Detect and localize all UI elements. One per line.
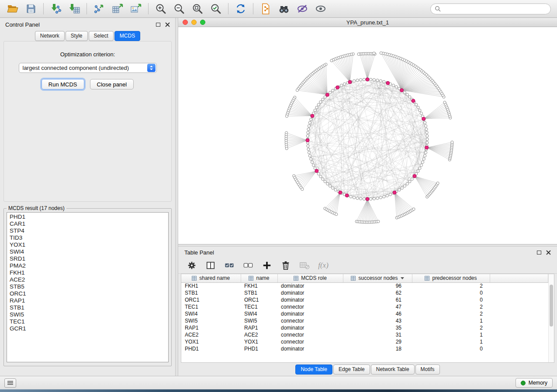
zoom-out-button[interactable] (170, 1, 188, 16)
column-header-shared-name[interactable]: shared name (181, 274, 241, 282)
mcds-tab-pane: Optimization criterion: largest connecte… (3, 41, 172, 202)
search-network-button[interactable] (275, 1, 293, 16)
network-window-titlebar: YPA_prune.txt_1 (178, 18, 557, 27)
table-row[interactable]: PHD1PHD1dominator180 (181, 345, 548, 352)
show-all-button[interactable] (311, 1, 330, 16)
zoom-selected-button[interactable] (207, 1, 225, 16)
mcds-result-item[interactable]: ORC1 (7, 290, 168, 297)
memory-status-icon (521, 381, 526, 385)
mcds-result-item[interactable]: PHD1 (7, 213, 168, 220)
window-close-traffic-light[interactable] (183, 20, 188, 25)
delete-column-button[interactable] (280, 260, 291, 271)
select-all-rows-button[interactable] (224, 260, 235, 271)
memory-button[interactable]: Memory (515, 378, 553, 388)
table-cell: ACE2 (241, 331, 277, 338)
window-zoom-traffic-light[interactable] (200, 20, 205, 25)
mcds-result-item[interactable]: TID3 (7, 234, 168, 241)
mcds-result-title: MCDS result (17 nodes) (7, 205, 66, 211)
mcds-result-item[interactable]: STP4 (7, 227, 168, 234)
tab-network-table[interactable]: Network Table (371, 364, 415, 375)
mcds-result-item[interactable]: TEC1 (7, 318, 168, 325)
table-cell-filler (490, 310, 548, 317)
scrollbar-thumb[interactable] (550, 285, 553, 327)
hide-selected-button[interactable] (293, 1, 311, 16)
table-toolbar: f(x) (178, 257, 557, 274)
table-settings-button[interactable] (186, 260, 197, 271)
sort-chevron-icon[interactable] (401, 277, 404, 279)
table-row[interactable]: TEC1TEC1connector472 (181, 303, 548, 310)
tab-select[interactable]: Select (89, 31, 114, 41)
float-table-panel-button[interactable] (537, 251, 541, 254)
zoom-in-button[interactable] (152, 1, 170, 16)
export-image-button[interactable] (127, 1, 145, 16)
table-row[interactable]: SWI5SWI5connector431 (181, 317, 548, 324)
table-row[interactable]: YOX1YOX1connector291 (181, 338, 548, 345)
save-session-button[interactable] (22, 1, 40, 16)
table-row[interactable]: RAP1RAP1dominator352 (181, 324, 548, 331)
mcds-result-item[interactable]: FKH1 (7, 269, 168, 276)
search-input[interactable] (443, 6, 547, 12)
zoom-fit-button[interactable] (188, 1, 207, 16)
mcds-result-item[interactable]: CAR1 (7, 220, 168, 227)
table-cell: 43 (343, 317, 412, 324)
clear-table-button[interactable] (299, 260, 310, 271)
column-header-name[interactable]: name (241, 274, 277, 282)
vertical-splitter[interactable] (175, 18, 178, 376)
mcds-result-item[interactable]: SRD1 (7, 255, 168, 262)
tab-node-table[interactable]: Node Table (295, 364, 332, 375)
close-panel-button[interactable] (165, 22, 170, 27)
close-icon (546, 250, 551, 255)
tab-network[interactable]: Network (35, 31, 65, 41)
mcds-result-item[interactable]: ACE2 (7, 276, 168, 283)
mcds-result-list[interactable]: PHD1CAR1STP4TID3YOX1SWI4SRD1PMA2FKH1ACE2… (7, 212, 169, 362)
mcds-result-item[interactable]: SWI4 (7, 248, 168, 255)
table-cell: 2 (412, 282, 490, 289)
show-columns-button[interactable] (205, 260, 216, 271)
network-canvas[interactable] (178, 27, 557, 244)
network-graph[interactable] (178, 27, 557, 244)
import-table-button[interactable] (65, 1, 83, 16)
tab-motifs[interactable]: Motifs (415, 364, 440, 375)
column-header-successor-nodes[interactable]: successor nodes (343, 274, 412, 282)
refresh-layout-button[interactable] (232, 1, 250, 16)
export-table-button[interactable] (108, 1, 127, 16)
table-row[interactable]: STB1STB1dominator620 (181, 289, 548, 296)
import-network-button[interactable] (47, 1, 65, 16)
float-panel-button[interactable] (156, 23, 160, 27)
mcds-result-item[interactable]: SWI5 (7, 311, 168, 318)
column-header-predecessor-nodes[interactable]: predecessor nodes (412, 274, 490, 282)
mcds-result-item[interactable]: GCR1 (7, 325, 168, 332)
table-cell-filler (490, 317, 548, 324)
optimization-criterion-select[interactable]: largest connected component (undirected) (19, 63, 157, 73)
status-menu-button[interactable] (4, 378, 16, 388)
table-row[interactable]: SWI4SWI4dominator462 (181, 310, 548, 317)
window-minimize-traffic-light[interactable] (191, 20, 197, 25)
run-mcds-button[interactable]: Run MCDS (42, 79, 84, 89)
deselect-all-rows-button[interactable] (242, 260, 254, 271)
mcds-result-item[interactable]: STB5 (7, 283, 168, 290)
table-cell: ACE2 (181, 331, 241, 338)
plus-icon (262, 261, 272, 270)
table-row[interactable]: ORC1ORC1dominator610 (181, 296, 548, 303)
table-clear-icon (299, 261, 310, 270)
add-column-button[interactable] (261, 260, 273, 271)
column-header-mcds-role[interactable]: MCDS role (277, 274, 343, 282)
mcds-result-item[interactable]: YOX1 (7, 241, 168, 248)
tab-style[interactable]: Style (66, 31, 88, 41)
close-panel-button-mcds[interactable]: Close panel (90, 79, 134, 89)
mcds-result-item[interactable]: RAP1 (7, 297, 168, 304)
network-from-document-button[interactable] (256, 1, 275, 16)
open-file-button[interactable] (3, 1, 22, 16)
global-search-box[interactable] (430, 3, 551, 14)
mcds-result-item[interactable]: STB1 (7, 304, 168, 311)
tab-edge-table[interactable]: Edge Table (333, 364, 370, 375)
table-row[interactable]: ACE2ACE2connector311 (181, 331, 548, 338)
table-row[interactable]: FKH1FKH1dominator962 (181, 282, 548, 289)
tab-mcds[interactable]: MCDS (114, 31, 140, 41)
table-cell-filler (490, 296, 548, 303)
function-builder-button[interactable]: f(x) (318, 260, 329, 271)
mcds-result-item[interactable]: PMA2 (7, 262, 168, 269)
export-network-button[interactable] (90, 1, 108, 16)
table-scrollbar[interactable] (548, 274, 554, 362)
close-table-panel-button[interactable] (546, 250, 551, 255)
